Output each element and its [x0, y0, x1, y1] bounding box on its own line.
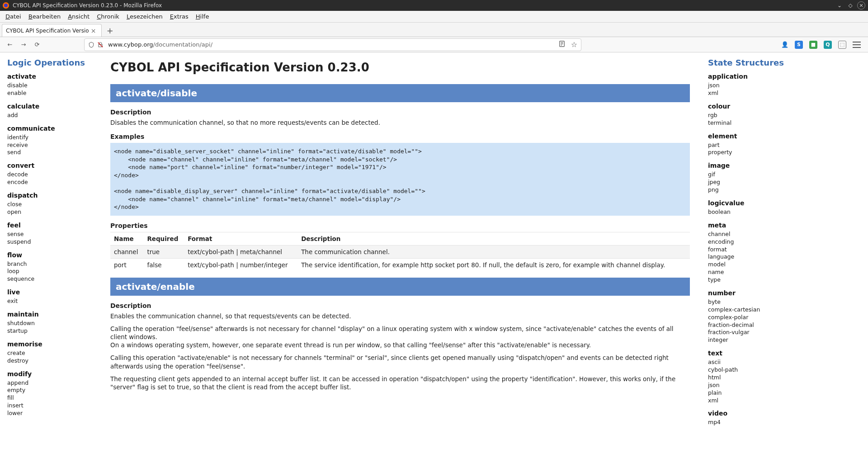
nav-item-complex-cartesian[interactable]: complex-cartesian [708, 306, 793, 314]
address-bar[interactable]: www.cybop.org/documentation/api/ ☆ [84, 38, 581, 51]
nav-item-ascii[interactable]: ascii [708, 359, 793, 366]
nav-group-live[interactable]: live [7, 288, 92, 296]
nav-item-byte[interactable]: byte [708, 298, 793, 306]
reload-button[interactable]: ⟳ [31, 38, 43, 51]
nav-item-encode[interactable]: encode [7, 179, 92, 186]
menu-extras[interactable]: Extras [166, 11, 192, 22]
extension-icon-1[interactable]: 👤 [781, 41, 788, 48]
nav-item-mp4[interactable]: mp4 [708, 419, 793, 426]
nav-group-colour[interactable]: colour [708, 103, 793, 110]
nav-item-xml[interactable]: xml [708, 397, 793, 405]
nav-item-plain[interactable]: plain [708, 389, 793, 397]
back-button[interactable]: ← [4, 38, 16, 51]
nav-item-send[interactable]: send [7, 149, 92, 156]
nav-item-json[interactable]: json [708, 82, 793, 90]
nav-item-sequence[interactable]: sequence [7, 275, 92, 283]
menu-chronik[interactable]: Chronik [93, 11, 123, 22]
nav-group-video[interactable]: video [708, 410, 793, 417]
nav-item-close[interactable]: close [7, 201, 92, 208]
nav-item-part[interactable]: part [708, 142, 793, 149]
menu-bearbeiten[interactable]: Bearbeiten [25, 11, 64, 22]
nav-item-lower[interactable]: lower [7, 410, 92, 417]
extension-icon-4[interactable]: Q [824, 41, 832, 49]
nav-item-empty[interactable]: empty [7, 387, 92, 394]
nav-item-append[interactable]: append [7, 379, 92, 387]
nav-item-integer[interactable]: integer [708, 336, 793, 344]
nav-item-complex-polar[interactable]: complex-polar [708, 314, 793, 321]
nav-item-fill[interactable]: fill [7, 394, 92, 402]
menu-ansicht[interactable]: Ansicht [64, 11, 93, 22]
nav-item-loop[interactable]: loop [7, 268, 92, 275]
nav-item-model[interactable]: model [708, 261, 793, 269]
nav-item-png[interactable]: png [708, 186, 793, 194]
nav-group-calculate[interactable]: calculate [7, 103, 92, 110]
nav-item-rgb[interactable]: rgb [708, 112, 793, 119]
nav-item-create[interactable]: create [7, 350, 92, 357]
nav-item-format[interactable]: format [708, 246, 793, 254]
forward-button[interactable]: → [17, 38, 30, 51]
nav-group-dispatch[interactable]: dispatch [7, 192, 92, 199]
nav-item-sense[interactable]: sense [7, 231, 92, 238]
nav-group-activate[interactable]: activate [7, 73, 92, 80]
nav-item-language[interactable]: language [708, 253, 793, 261]
nav-item-suspend[interactable]: suspend [7, 238, 92, 246]
window-minimize-icon[interactable]: ⌄ [835, 1, 844, 9]
nav-group-element[interactable]: element [708, 132, 793, 140]
nav-item-json[interactable]: json [708, 382, 793, 389]
nav-group-number[interactable]: number [708, 289, 793, 297]
nav-group-memorise[interactable]: memorise [7, 340, 92, 348]
nav-group-maintain[interactable]: maintain [7, 311, 92, 318]
nav-item-fraction-decimal[interactable]: fraction-decimal [708, 321, 793, 329]
nav-item-enable[interactable]: enable [7, 90, 92, 97]
nav-item-branch[interactable]: branch [7, 260, 92, 268]
nav-group-communicate[interactable]: communicate [7, 125, 92, 132]
nav-item-disable[interactable]: disable [7, 82, 92, 90]
nav-item-channel[interactable]: channel [708, 231, 793, 238]
nav-group-application[interactable]: application [708, 73, 793, 80]
nav-item-fraction-vulgar[interactable]: fraction-vulgar [708, 329, 793, 336]
menu-hilfe[interactable]: Hilfe [192, 11, 213, 22]
nav-item-type[interactable]: type [708, 276, 793, 284]
extension-icon-3[interactable]: ■ [809, 41, 817, 49]
nav-item-add[interactable]: add [7, 112, 92, 119]
close-tab-icon[interactable]: × [89, 27, 98, 34]
nav-group-modify[interactable]: modify [7, 370, 92, 378]
nav-group-text[interactable]: text [708, 350, 793, 357]
nav-item-shutdown[interactable]: shutdown [7, 320, 92, 327]
nav-group-feel[interactable]: feel [7, 222, 92, 229]
nav-group-meta[interactable]: meta [708, 222, 793, 229]
window-maximize-icon[interactable]: ◇ [846, 1, 854, 9]
menu-datei[interactable]: Datei [2, 11, 25, 22]
nav-item-terminal[interactable]: terminal [708, 119, 793, 127]
nav-item-identify[interactable]: identify [7, 134, 92, 142]
nav-item-name[interactable]: name [708, 269, 793, 276]
new-tab-button[interactable]: + [104, 24, 116, 37]
nav-group-logicvalue[interactable]: logicvalue [708, 199, 793, 207]
nav-item-html[interactable]: html [708, 374, 793, 382]
nav-item-gif[interactable]: gif [708, 171, 793, 179]
nav-group-convert[interactable]: convert [7, 162, 92, 169]
nav-item-open[interactable]: open [7, 208, 92, 216]
menu-lesezeichen[interactable]: Lesezeichen [123, 11, 166, 22]
extension-icon-2[interactable]: S [795, 41, 803, 49]
nav-item-destroy[interactable]: destroy [7, 357, 92, 365]
nav-item-decode[interactable]: decode [7, 171, 92, 179]
reader-mode-icon[interactable] [558, 40, 566, 49]
bookmark-star-icon[interactable]: ☆ [571, 40, 577, 49]
nav-item-insert[interactable]: insert [7, 402, 92, 410]
nav-item-cybol-path[interactable]: cybol-path [708, 366, 793, 374]
window-close-icon[interactable]: ✕ [857, 1, 865, 9]
hamburger-menu-icon[interactable] [853, 42, 861, 48]
browser-tab[interactable]: CYBOL API Specification Versio × [2, 24, 102, 37]
nav-item-boolean[interactable]: boolean [708, 208, 793, 216]
nav-group-image[interactable]: image [708, 162, 793, 169]
nav-item-exit[interactable]: exit [7, 298, 92, 305]
nav-item-receive[interactable]: receive [7, 142, 92, 149]
nav-item-startup[interactable]: startup [7, 327, 92, 335]
nav-group-flow[interactable]: flow [7, 251, 92, 259]
nav-item-jpeg[interactable]: jpeg [708, 179, 793, 186]
nav-item-encoding[interactable]: encoding [708, 238, 793, 246]
nav-item-property[interactable]: property [708, 149, 793, 156]
nav-item-xml[interactable]: xml [708, 90, 793, 97]
extension-icon-5[interactable]: ⬚ [838, 41, 846, 49]
